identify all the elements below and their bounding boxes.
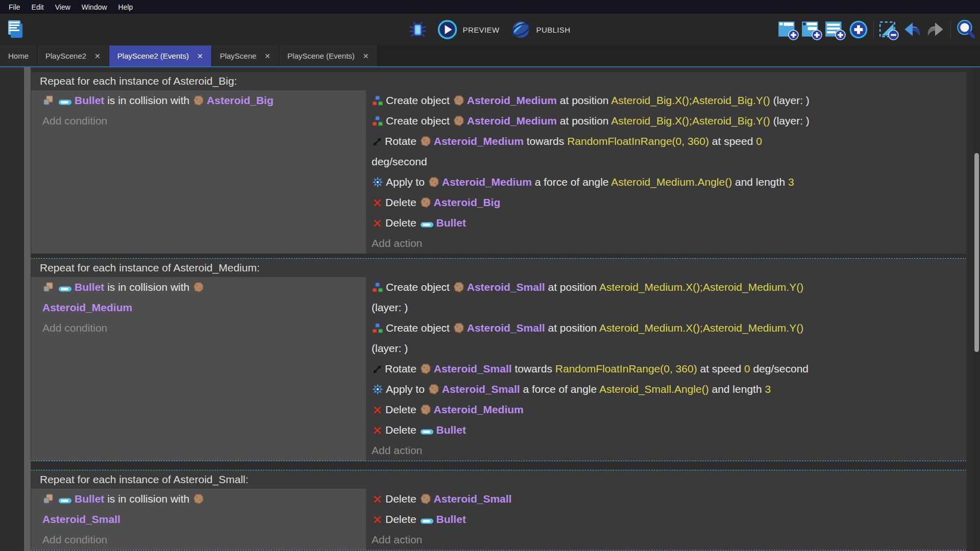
publish-label: PUBLISH	[536, 26, 570, 34]
add-action-button[interactable]: Add action	[366, 440, 966, 461]
tab-close-icon[interactable]: ✕	[264, 53, 271, 60]
action-row[interactable]: Create object Asteroid_Medium at positio…	[366, 90, 966, 111]
menu-item-view[interactable]: View	[50, 3, 76, 11]
tab-label: Home	[8, 52, 29, 60]
force-icon	[372, 379, 383, 399]
text-segment-object: Asteroid_Medium	[42, 302, 132, 313]
action-row[interactable]: Create object Asteroid_Medium at positio…	[366, 111, 966, 131]
conditions-column: Bullet is in collision with Asteroid_Med…	[31, 277, 366, 461]
play-icon	[436, 18, 459, 41]
action-row[interactable]: Delete Bullet	[366, 213, 966, 233]
event-block-2[interactable]: Repeat for each instance of Asteroid_Med…	[31, 259, 966, 461]
tab-label: PlayScene	[220, 52, 257, 60]
action-row-line: Delete Asteroid_Small	[366, 489, 966, 509]
action-row[interactable]: Delete Asteroid_Medium	[366, 399, 966, 420]
search-icon[interactable]	[954, 18, 977, 41]
vertical-scrollbar[interactable]	[973, 67, 980, 551]
asteroid-icon	[420, 489, 431, 509]
event-header[interactable]: Repeat for each instance of Asteroid_Big…	[31, 72, 966, 90]
action-row-line: Delete Asteroid_Big	[366, 192, 966, 213]
text-segment-object: Asteroid_Big	[207, 94, 274, 106]
text-segment-plain: towards	[524, 135, 567, 147]
action-row-line: Create object Asteroid_Small at position…	[366, 277, 966, 297]
action-row[interactable]: Delete Asteroid_Small	[366, 489, 966, 509]
menu-bar: FileEditViewWindowHelp	[0, 0, 980, 14]
text-segment-object: Bullet	[75, 94, 104, 106]
action-row-line: Create object Asteroid_Small at position…	[366, 318, 966, 338]
action-row[interactable]: Delete Bullet	[366, 420, 966, 440]
condition-row[interactable]: Bullet is in collision with Asteroid_Med…	[31, 277, 366, 318]
action-row[interactable]: Create object Asteroid_Small at position…	[366, 318, 966, 359]
asteroid-icon	[453, 318, 464, 338]
asteroid-icon	[420, 192, 431, 213]
text-segment-object: Asteroid_Big	[434, 196, 501, 208]
bullet-icon	[420, 213, 434, 233]
preview-button[interactable]: PREVIEW	[433, 18, 503, 41]
text-segment-expr: 3	[788, 176, 794, 188]
tab-playscene-events[interactable]: PlayScene (Events)✕	[279, 45, 377, 66]
publish-button[interactable]: PUBLISH	[506, 18, 573, 41]
gdevelop-logo-icon[interactable]	[4, 18, 27, 41]
action-row[interactable]: Delete Asteroid_Big	[366, 192, 966, 213]
text-segment-expr: Asteroid_Big.X();Asteroid_Big.Y()	[611, 94, 770, 106]
event-block-3[interactable]: Repeat for each instance of Asteroid_Sma…	[31, 470, 966, 550]
action-row[interactable]: Delete Bullet	[366, 509, 966, 530]
text-segment-expr: 3	[765, 383, 771, 395]
scrollbar-thumb[interactable]	[974, 153, 979, 352]
tab-home[interactable]: Home	[0, 45, 37, 66]
undo-icon[interactable]	[901, 18, 923, 41]
action-row-line: Delete Bullet	[366, 509, 966, 530]
action-row[interactable]: Apply to Asteroid_Medium a force of angl…	[366, 172, 966, 192]
tab-playscene2-events[interactable]: PlayScene2 (Events)✕	[109, 45, 212, 66]
add-event-icon[interactable]	[777, 18, 799, 41]
actions-column: Delete Asteroid_SmallDelete BulletAdd ac…	[366, 489, 966, 550]
condition-row[interactable]: Bullet is in collision with Asteroid_Sma…	[31, 489, 366, 530]
condition-row[interactable]: Bullet is in collision with Asteroid_Big	[31, 90, 366, 111]
tab-close-icon[interactable]: ✕	[94, 53, 101, 60]
events-editor: Repeat for each instance of Asteroid_Big…	[0, 67, 980, 551]
debug-bug-icon[interactable]	[407, 18, 429, 41]
add-condition-button[interactable]: Add condition	[31, 318, 366, 338]
tab-label: PlayScene2 (Events)	[117, 52, 189, 60]
globe-icon	[509, 18, 532, 41]
action-row-line: Create object Asteroid_Medium at positio…	[366, 111, 966, 131]
menu-item-window[interactable]: Window	[76, 3, 113, 11]
asteroid-icon	[428, 379, 439, 399]
add-sub-event-icon[interactable]	[800, 18, 823, 41]
menu-item-edit[interactable]: Edit	[26, 3, 50, 11]
menu-item-help[interactable]: Help	[113, 3, 139, 11]
menu-item-file[interactable]: File	[3, 3, 26, 11]
event-header[interactable]: Repeat for each instance of Asteroid_Med…	[31, 259, 966, 277]
add-action-button[interactable]: Add action	[366, 233, 966, 254]
text-segment-plain: towards	[512, 363, 555, 374]
redo-icon[interactable]	[924, 18, 947, 41]
add-condition-button[interactable]: Add condition	[31, 530, 366, 550]
action-row[interactable]: Create object Asteroid_Small at position…	[366, 277, 966, 318]
event-block-1[interactable]: Repeat for each instance of Asteroid_Big…	[31, 72, 966, 254]
text-segment-plain: is in collision with	[104, 94, 192, 106]
add-circle-icon[interactable]	[847, 18, 870, 41]
text-segment-plain: Rotate	[385, 135, 420, 147]
text-segment-plain: a force of angle	[532, 176, 611, 188]
tab-playscene[interactable]: PlayScene✕	[212, 45, 279, 66]
add-action-button[interactable]: Add action	[366, 530, 966, 550]
toolbar-separator	[873, 20, 874, 39]
action-row-line: Delete Asteroid_Medium	[366, 399, 966, 420]
event-header[interactable]: Repeat for each instance of Asteroid_Sma…	[31, 470, 966, 489]
deselect-icon[interactable]	[877, 18, 900, 41]
text-segment-plain: Create object	[386, 115, 453, 127]
text-segment-object: Bullet	[75, 281, 104, 293]
action-row[interactable]: Rotate Asteroid_Small towards RandomFloa…	[366, 359, 966, 379]
add-comment-icon[interactable]	[824, 18, 846, 41]
tab-playscene2[interactable]: PlayScene2✕	[37, 45, 109, 66]
tab-close-icon[interactable]: ✕	[197, 53, 203, 60]
delete-icon	[372, 489, 383, 509]
action-row[interactable]: Apply to Asteroid_Small a force of angle…	[366, 379, 966, 399]
collision-icon	[43, 277, 55, 297]
delete-icon	[372, 420, 383, 440]
add-condition-button[interactable]: Add condition	[31, 111, 366, 131]
bullet-icon	[420, 509, 434, 530]
text-segment-object: Asteroid_Small	[42, 513, 120, 525]
action-row[interactable]: Rotate Asteroid_Medium towards RandomFlo…	[366, 131, 966, 172]
tab-close-icon[interactable]: ✕	[363, 53, 369, 60]
